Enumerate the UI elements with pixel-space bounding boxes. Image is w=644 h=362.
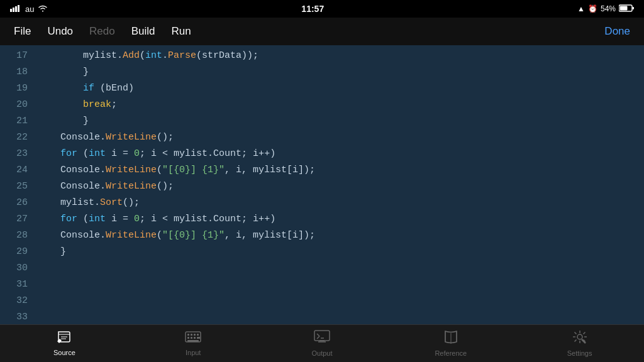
tab-settings-label: Settings [567, 349, 592, 357]
status-right: ▲ ⏰ 54% [577, 4, 634, 14]
location-icon: ▲ [577, 4, 585, 13]
signal-icon [10, 4, 21, 14]
svg-rect-17 [197, 337, 200, 339]
line-number: 24 [5, 162, 28, 178]
line-number: 21 [5, 113, 28, 129]
line-numbers: 171819202122232425262728293031323334 [0, 45, 33, 324]
tab-input-label: Input [186, 349, 201, 356]
tab-output[interactable]: Output [258, 325, 387, 362]
svg-rect-13 [197, 334, 199, 336]
code-line: Console.WriteLine(); [38, 129, 644, 146]
code-line: if (bEnd) [38, 80, 644, 97]
tab-source-label: Source [53, 349, 75, 356]
line-number: 22 [5, 129, 28, 146]
svg-rect-18 [187, 340, 199, 342]
input-icon [185, 331, 201, 347]
code-line: Console.WriteLine("[{0}] {1}", i, mylist… [38, 162, 644, 178]
tab-source[interactable]: Source [0, 325, 129, 362]
clock: 11:57 [301, 4, 324, 14]
svg-rect-5 [632, 7, 634, 9]
line-number: 18 [5, 64, 28, 80]
tab-settings[interactable]: Settings [515, 325, 644, 362]
code-lines[interactable]: mylist.Add(int.Parse(strData)); } if (bE… [33, 45, 644, 324]
code-line: for (int i = 0; i < mylist.Count; i++) [38, 146, 644, 162]
line-number: 19 [5, 80, 28, 97]
svg-line-23 [317, 336, 319, 339]
svg-rect-6 [619, 6, 627, 10]
tab-output-label: Output [311, 349, 332, 357]
svg-rect-19 [314, 331, 330, 341]
svg-rect-14 [187, 337, 189, 339]
code-line: Console.WriteLine("[{0}] {1}", i, mylist… [38, 228, 644, 244]
status-bar: au 11:57 ▲ ⏰ 54% [0, 0, 644, 18]
svg-rect-11 [191, 334, 192, 336]
menu-redo[interactable]: Redo [83, 21, 121, 41]
battery-icon [619, 4, 634, 14]
line-number: 20 [5, 97, 28, 113]
code-line: for (int i = 0; i < mylist.Count; i++) [38, 211, 644, 228]
svg-rect-1 [13, 8, 14, 12]
line-number: 28 [5, 228, 28, 244]
code-line: } [38, 113, 644, 129]
menu-bar: File Undo Redo Build Run Done [0, 18, 644, 45]
line-number: 30 [5, 260, 28, 277]
line-number: 23 [5, 146, 28, 162]
svg-rect-16 [194, 337, 196, 339]
line-number: 17 [5, 48, 28, 64]
line-number: 32 [5, 293, 28, 309]
line-number: 33 [5, 309, 28, 324]
menu-items: File Undo Redo Build Run [8, 21, 598, 41]
settings-icon [572, 330, 587, 348]
svg-point-26 [577, 334, 582, 339]
menu-file[interactable]: File [8, 21, 37, 41]
alarm-icon: ⏰ [588, 4, 597, 13]
svg-rect-3 [18, 5, 19, 12]
svg-rect-0 [10, 9, 12, 12]
tab-reference[interactable]: Reference [386, 325, 515, 362]
menu-undo[interactable]: Undo [41, 21, 79, 41]
code-line: Console.WriteLine(); [38, 178, 644, 195]
code-area[interactable]: 171819202122232425262728293031323334 myl… [0, 45, 644, 324]
menu-done[interactable]: Done [598, 21, 636, 41]
output-icon [314, 330, 330, 348]
menu-run[interactable]: Run [165, 21, 197, 41]
tab-input[interactable]: Input [129, 325, 258, 362]
line-number: 31 [5, 277, 28, 293]
svg-line-22 [317, 334, 319, 336]
svg-rect-10 [187, 334, 189, 336]
code-line: } [38, 64, 644, 80]
tab-reference-label: Reference [435, 349, 467, 357]
svg-rect-12 [194, 334, 196, 336]
svg-rect-2 [15, 6, 17, 12]
carrier: au [25, 4, 34, 14]
line-number: 26 [5, 195, 28, 211]
line-number: 27 [5, 211, 28, 228]
code-line: break; [38, 97, 644, 113]
line-number: 29 [5, 244, 28, 260]
code-line: mylist.Add(int.Parse(strData)); [38, 48, 644, 64]
line-number: 25 [5, 178, 28, 195]
reference-icon [443, 330, 459, 348]
code-line: mylist.Sort(); [38, 195, 644, 211]
wifi-icon [38, 4, 48, 14]
code-line: } [38, 244, 644, 260]
svg-rect-15 [191, 337, 192, 339]
battery-percent: 54% [601, 4, 616, 13]
source-icon [57, 331, 72, 347]
menu-build[interactable]: Build [125, 21, 162, 41]
status-left: au [10, 4, 48, 14]
tab-bar: Source Input [0, 324, 644, 362]
